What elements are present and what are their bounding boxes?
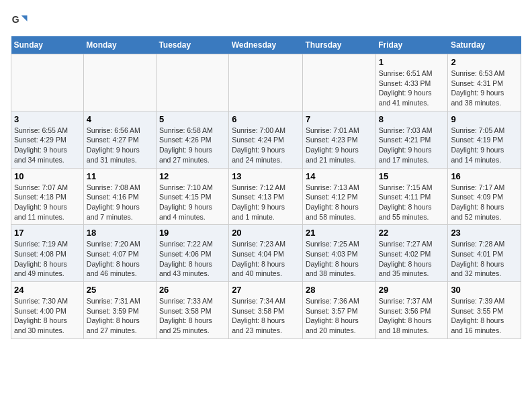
day-number: 5 (159, 114, 226, 124)
day-info: Sunrise: 7:31 AM Sunset: 3:59 PM Dayligh… (87, 296, 153, 336)
day-info: Sunrise: 6:56 AM Sunset: 4:27 PM Dayligh… (87, 126, 153, 165)
day-info: Sunrise: 7:20 AM Sunset: 4:07 PM Dayligh… (87, 239, 153, 279)
header-day-wednesday: Wednesday (229, 36, 303, 54)
day-number: 16 (451, 171, 518, 181)
svg-marker-1 (21, 15, 28, 21)
day-info: Sunrise: 7:36 AM Sunset: 3:57 PM Dayligh… (306, 296, 373, 336)
day-cell: 25Sunrise: 7:31 AM Sunset: 3:59 PM Dayli… (83, 282, 156, 339)
day-info: Sunrise: 7:12 AM Sunset: 4:13 PM Dayligh… (232, 183, 300, 222)
day-cell: 6Sunrise: 7:00 AM Sunset: 4:24 PM Daylig… (229, 111, 303, 168)
day-number: 24 (14, 285, 81, 295)
day-cell: 4Sunrise: 6:56 AM Sunset: 4:27 PM Daylig… (83, 111, 156, 168)
week-row-1: 1Sunrise: 6:51 AM Sunset: 4:33 PM Daylig… (11, 54, 521, 111)
day-cell: 10Sunrise: 7:07 AM Sunset: 4:18 PM Dayli… (11, 168, 84, 225)
week-row-4: 17Sunrise: 7:19 AM Sunset: 4:08 PM Dayli… (11, 225, 521, 282)
day-cell: 14Sunrise: 7:13 AM Sunset: 4:12 PM Dayli… (302, 168, 375, 225)
day-cell: 27Sunrise: 7:34 AM Sunset: 3:58 PM Dayli… (229, 282, 303, 339)
header-day-monday: Monday (83, 36, 156, 54)
day-cell: 20Sunrise: 7:23 AM Sunset: 4:04 PM Dayli… (229, 225, 303, 282)
day-number: 27 (232, 285, 300, 295)
day-info: Sunrise: 7:15 AM Sunset: 4:11 PM Dayligh… (379, 183, 445, 222)
logo-icon: G (11, 11, 30, 30)
day-cell: 9Sunrise: 7:05 AM Sunset: 4:19 PM Daylig… (448, 111, 521, 168)
day-number: 22 (379, 228, 445, 238)
day-number: 1 (379, 57, 445, 67)
day-cell: 18Sunrise: 7:20 AM Sunset: 4:07 PM Dayli… (83, 225, 156, 282)
day-info: Sunrise: 6:53 AM Sunset: 4:31 PM Dayligh… (451, 68, 518, 108)
day-number: 14 (306, 171, 373, 181)
day-number: 26 (159, 285, 226, 295)
header-day-thursday: Thursday (302, 36, 375, 54)
day-number: 28 (306, 285, 373, 295)
header: G (11, 11, 521, 30)
day-cell (229, 54, 303, 111)
day-cell (156, 54, 228, 111)
header-day-saturday: Saturday (448, 36, 521, 54)
day-info: Sunrise: 7:08 AM Sunset: 4:16 PM Dayligh… (87, 183, 153, 222)
day-cell: 3Sunrise: 6:55 AM Sunset: 4:29 PM Daylig… (11, 111, 84, 168)
day-number: 6 (232, 114, 300, 124)
day-cell: 26Sunrise: 7:33 AM Sunset: 3:58 PM Dayli… (156, 282, 228, 339)
day-cell: 29Sunrise: 7:37 AM Sunset: 3:56 PM Dayli… (375, 282, 448, 339)
day-info: Sunrise: 7:30 AM Sunset: 4:00 PM Dayligh… (14, 296, 81, 336)
day-number: 19 (159, 228, 226, 238)
header-day-tuesday: Tuesday (156, 36, 228, 54)
calendar-table: SundayMondayTuesdayWednesdayThursdayFrid… (11, 36, 521, 339)
day-number: 4 (87, 114, 153, 124)
day-info: Sunrise: 7:01 AM Sunset: 4:23 PM Dayligh… (306, 126, 373, 165)
day-number: 23 (451, 228, 518, 238)
day-number: 21 (306, 228, 373, 238)
day-number: 13 (232, 171, 300, 181)
day-info: Sunrise: 7:17 AM Sunset: 4:09 PM Dayligh… (451, 183, 518, 222)
day-cell: 7Sunrise: 7:01 AM Sunset: 4:23 PM Daylig… (302, 111, 375, 168)
day-number: 10 (14, 171, 81, 181)
day-number: 18 (87, 228, 153, 238)
day-number: 9 (451, 114, 518, 124)
day-cell: 12Sunrise: 7:10 AM Sunset: 4:15 PM Dayli… (156, 168, 228, 225)
day-cell (11, 54, 84, 111)
day-info: Sunrise: 7:05 AM Sunset: 4:19 PM Dayligh… (451, 126, 518, 165)
day-info: Sunrise: 7:25 AM Sunset: 4:03 PM Dayligh… (306, 239, 373, 279)
logo: G (11, 11, 32, 30)
day-number: 12 (159, 171, 226, 181)
day-cell: 19Sunrise: 7:22 AM Sunset: 4:06 PM Dayli… (156, 225, 228, 282)
day-info: Sunrise: 7:19 AM Sunset: 4:08 PM Dayligh… (14, 239, 81, 279)
calendar-header-row: SundayMondayTuesdayWednesdayThursdayFrid… (11, 36, 521, 54)
day-cell: 1Sunrise: 6:51 AM Sunset: 4:33 PM Daylig… (375, 54, 448, 111)
day-number: 2 (451, 57, 518, 67)
day-info: Sunrise: 7:23 AM Sunset: 4:04 PM Dayligh… (232, 239, 300, 279)
day-cell: 23Sunrise: 7:28 AM Sunset: 4:01 PM Dayli… (448, 225, 521, 282)
day-cell: 21Sunrise: 7:25 AM Sunset: 4:03 PM Dayli… (302, 225, 375, 282)
day-cell: 5Sunrise: 6:58 AM Sunset: 4:26 PM Daylig… (156, 111, 228, 168)
day-number: 7 (306, 114, 373, 124)
header-day-sunday: Sunday (11, 36, 84, 54)
day-info: Sunrise: 7:28 AM Sunset: 4:01 PM Dayligh… (451, 239, 518, 279)
day-number: 30 (451, 285, 518, 295)
day-cell: 8Sunrise: 7:03 AM Sunset: 4:21 PM Daylig… (375, 111, 448, 168)
day-info: Sunrise: 7:34 AM Sunset: 3:58 PM Dayligh… (232, 296, 300, 336)
day-number: 25 (87, 285, 153, 295)
day-info: Sunrise: 7:00 AM Sunset: 4:24 PM Dayligh… (232, 126, 300, 165)
day-info: Sunrise: 6:55 AM Sunset: 4:29 PM Dayligh… (14, 126, 81, 165)
day-cell: 11Sunrise: 7:08 AM Sunset: 4:16 PM Dayli… (83, 168, 156, 225)
header-day-friday: Friday (375, 36, 448, 54)
day-cell: 13Sunrise: 7:12 AM Sunset: 4:13 PM Dayli… (229, 168, 303, 225)
day-number: 8 (379, 114, 445, 124)
day-info: Sunrise: 7:03 AM Sunset: 4:21 PM Dayligh… (379, 126, 445, 165)
day-info: Sunrise: 7:10 AM Sunset: 4:15 PM Dayligh… (159, 183, 226, 222)
day-number: 11 (87, 171, 153, 181)
day-info: Sunrise: 7:13 AM Sunset: 4:12 PM Dayligh… (306, 183, 373, 222)
day-number: 20 (232, 228, 300, 238)
day-info: Sunrise: 7:33 AM Sunset: 3:58 PM Dayligh… (159, 296, 226, 336)
day-cell: 17Sunrise: 7:19 AM Sunset: 4:08 PM Dayli… (11, 225, 84, 282)
day-cell (302, 54, 375, 111)
day-info: Sunrise: 7:37 AM Sunset: 3:56 PM Dayligh… (379, 296, 445, 336)
week-row-2: 3Sunrise: 6:55 AM Sunset: 4:29 PM Daylig… (11, 111, 521, 168)
day-number: 3 (14, 114, 81, 124)
day-cell: 16Sunrise: 7:17 AM Sunset: 4:09 PM Dayli… (448, 168, 521, 225)
day-cell: 15Sunrise: 7:15 AM Sunset: 4:11 PM Dayli… (375, 168, 448, 225)
day-cell: 22Sunrise: 7:27 AM Sunset: 4:02 PM Dayli… (375, 225, 448, 282)
day-info: Sunrise: 7:22 AM Sunset: 4:06 PM Dayligh… (159, 239, 226, 279)
day-info: Sunrise: 7:27 AM Sunset: 4:02 PM Dayligh… (379, 239, 445, 279)
day-number: 17 (14, 228, 81, 238)
